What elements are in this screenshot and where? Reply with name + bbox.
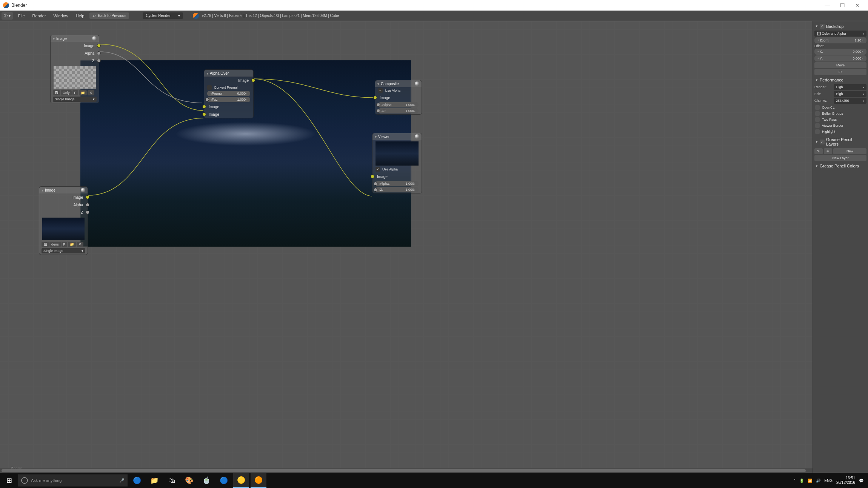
node-title[interactable]: ▾ Alpha Over [204, 70, 253, 77]
back-to-previous-button[interactable]: ⮐ Back to Previous [89, 12, 129, 19]
socket-image1-in[interactable] [202, 105, 206, 109]
x-field[interactable]: ◂X:0.000▸ [814, 49, 866, 55]
file-explorer-icon[interactable]: 📁 [146, 473, 162, 481]
move-button[interactable]: Move [814, 62, 866, 68]
convert-premul-checkbox[interactable] [207, 85, 212, 90]
collapse-icon[interactable]: ▾ [206, 71, 208, 75]
menu-render[interactable]: Render [30, 14, 48, 18]
backdrop-enable-checkbox[interactable] [820, 24, 825, 29]
use-alpha-checkbox[interactable] [376, 167, 380, 172]
f-button[interactable]: F [62, 242, 68, 247]
node-title[interactable]: ▾ Image [51, 35, 99, 42]
preview-icon[interactable] [415, 81, 419, 86]
node-image-2[interactable]: ▾ Image Image Alpha Z 🖼 dens F 📁 ✕ Singl… [39, 186, 88, 255]
node-editor[interactable]: ▾ Image Image Alpha Z 🖼 Only F 📁 ✕ Singl… [0, 21, 813, 473]
node-viewer[interactable]: ▾ Viewer Use Alpha Image ◂Alpha:1.000▸ ◂… [372, 133, 422, 193]
tray-chevron-icon[interactable]: ˄ [794, 479, 796, 482]
socket-alpha-in[interactable] [374, 182, 377, 186]
grease-enable-checkbox[interactable] [820, 140, 825, 144]
alpha-field[interactable]: ◂Alpha:1.000▸ [378, 102, 419, 107]
plus-icon[interactable]: ✚ [824, 148, 832, 154]
render-quality-dropdown[interactable]: High♦ [834, 84, 866, 90]
render-engine-dropdown[interactable]: Cycles Render ▾ [143, 12, 183, 19]
chunks-dropdown[interactable]: 256x256♦ [834, 98, 866, 104]
backdrop-header[interactable]: ▼ Backdrop [814, 23, 866, 30]
highlight-checkbox[interactable] [815, 129, 820, 134]
edit-quality-dropdown[interactable]: High♦ [834, 91, 866, 97]
socket-image-out[interactable] [97, 44, 101, 48]
blender-taskbar-icon[interactable]: 🟠 [251, 473, 266, 481]
image-mode-dropdown[interactable]: Single Image ▾ [53, 97, 97, 102]
node-image-1[interactable]: ▾ Image Image Alpha Z 🖼 Only F 📁 ✕ Singl… [50, 35, 99, 103]
z-field[interactable]: ◂Z:1.000▸ [376, 187, 419, 192]
app-icon-2[interactable]: 🔵 [216, 473, 232, 481]
menu-help[interactable]: Help [74, 14, 87, 18]
socket-image-in[interactable] [373, 96, 377, 100]
socket-z-in[interactable] [376, 109, 380, 113]
image-browse-icon[interactable]: 🖼 [42, 242, 49, 247]
socket-image-out[interactable] [86, 195, 89, 199]
f-button[interactable]: F [72, 90, 78, 95]
folder-icon[interactable]: 📁 [68, 242, 76, 247]
node-title[interactable]: ▾ Composite [375, 80, 422, 87]
chrome-icon[interactable]: 🟡 [233, 473, 249, 481]
socket-fac-in[interactable] [205, 98, 209, 101]
app-icon-1[interactable]: 🍵 [199, 473, 214, 481]
performance-header[interactable]: ▼ Performance [814, 77, 866, 83]
zoom-field[interactable]: ◂Zoom:1.20▸ [814, 37, 866, 43]
close-button[interactable]: ✕ [850, 0, 865, 11]
node-title[interactable]: ▾ Image [39, 187, 88, 193]
fit-button[interactable]: Fit [814, 69, 866, 75]
microphone-icon[interactable]: 🎤 [119, 478, 125, 482]
collapse-icon[interactable]: ▾ [377, 82, 379, 86]
pencil-icon[interactable]: ✎ [814, 148, 823, 154]
language-indicator[interactable]: ENG [824, 479, 833, 482]
start-button[interactable]: ⊞ [2, 473, 17, 481]
socket-alpha-in[interactable] [376, 103, 380, 107]
color-alpha-dropdown[interactable]: 🔳 Color and Alpha♦ [814, 31, 866, 37]
socket-image-out[interactable] [251, 78, 255, 82]
node-composite[interactable]: ▾ Composite Use Alpha Image ◂Alpha:1.000… [375, 80, 422, 115]
only-button[interactable]: Only [61, 90, 72, 95]
socket-z-out[interactable] [86, 210, 89, 214]
preview-icon[interactable] [415, 134, 419, 139]
collapse-icon[interactable]: ▾ [375, 135, 377, 139]
node-title[interactable]: ▾ Viewer [372, 133, 422, 140]
socket-z-in[interactable] [374, 188, 377, 192]
maximize-button[interactable]: ☐ [835, 0, 850, 11]
new-button[interactable]: New [833, 148, 866, 154]
socket-z-out[interactable] [97, 59, 101, 63]
opencl-checkbox[interactable] [815, 105, 820, 110]
two-pass-checkbox[interactable] [815, 117, 820, 122]
new-layer-button[interactable]: New Layer [814, 155, 866, 161]
grease-pencil-header[interactable]: ▼ Grease Pencil Layers [814, 136, 866, 147]
battery-icon[interactable]: 🔋 [799, 479, 804, 482]
premul-field[interactable]: ◂Premul:0.000▸ [207, 91, 250, 96]
z-field[interactable]: ◂Z:1.000▸ [378, 108, 419, 114]
image-browse-icon[interactable]: 🖼 [53, 90, 60, 95]
volume-icon[interactable]: 🔊 [816, 479, 820, 482]
node-alpha-over[interactable]: ▾ Alpha Over Image Convert Premul ◂Premu… [204, 69, 254, 118]
preview-icon[interactable] [81, 188, 85, 192]
alpha-field[interactable]: ◂Alpha:1.000▸ [376, 181, 419, 186]
socket-image-in[interactable] [371, 175, 374, 178]
paint-icon[interactable]: 🎨 [181, 473, 197, 481]
clock[interactable]: 16:51 20/12/2016 [836, 476, 855, 481]
minimize-button[interactable]: — [820, 0, 835, 11]
info-icon[interactable]: ⓘ ▾ [2, 12, 13, 20]
y-field[interactable]: ◂Y:0.000▸ [814, 55, 866, 61]
edge-icon[interactable]: 🔵 [129, 473, 145, 481]
socket-image2-in[interactable] [202, 112, 206, 116]
grease-colors-header[interactable]: ▼ Grease Pencil Colors [814, 163, 866, 169]
unlink-icon[interactable]: ✕ [88, 90, 94, 95]
wifi-icon[interactable]: 📶 [808, 479, 812, 482]
socket-alpha-out[interactable] [86, 203, 89, 207]
notification-icon[interactable]: 💬 [859, 479, 863, 482]
viewer-border-checkbox[interactable] [815, 123, 820, 128]
menu-file[interactable]: File [16, 14, 27, 18]
store-icon[interactable]: 🛍 [164, 473, 180, 481]
fac-field[interactable]: ◂Fac:1.000▸ [207, 97, 250, 102]
collapse-icon[interactable]: ▾ [53, 37, 55, 41]
folder-icon[interactable]: 📁 [79, 90, 87, 95]
preview-icon[interactable] [92, 36, 97, 41]
